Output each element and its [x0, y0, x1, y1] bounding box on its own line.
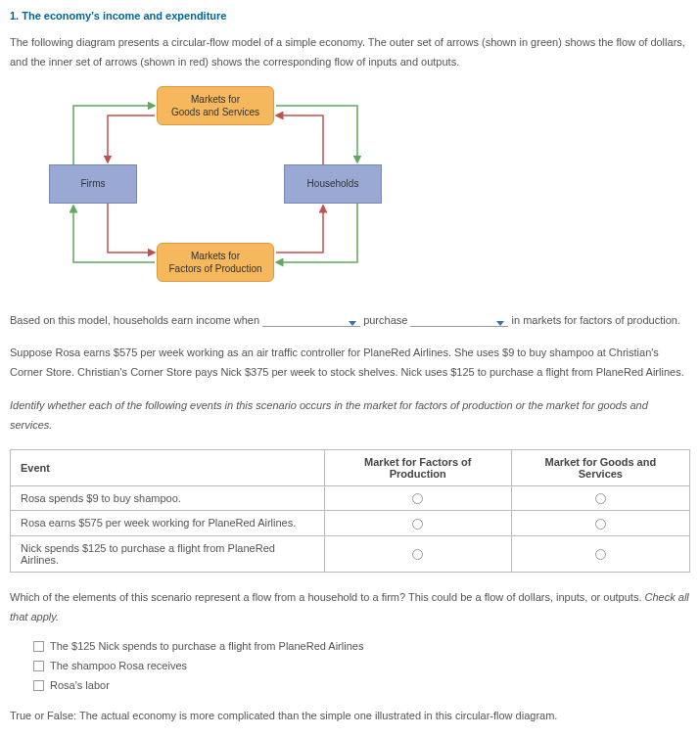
circular-flow-diagram: Markets for Goods and Services Firms Hou… — [29, 86, 401, 282]
fill-in-sentence: Based on this model, households earn inc… — [10, 311, 690, 331]
fill-mid: purchase — [363, 314, 407, 326]
radio-goods-1[interactable] — [595, 519, 606, 530]
checkbox-option: Rosa's labor — [33, 679, 690, 691]
scenario-paragraph: Suppose Rosa earns $575 per week working… — [10, 344, 690, 383]
radio-factors-2[interactable] — [412, 549, 423, 560]
radio-goods-0[interactable] — [595, 493, 606, 504]
which-prompt: Which of the elements of this scenario r… — [10, 588, 690, 627]
identify-prompt: Identify whether each of the following e… — [10, 396, 690, 436]
col-event: Event — [11, 449, 325, 485]
event-cell: Nick spends $125 to purchase a flight fr… — [11, 535, 325, 572]
radio-factors-1[interactable] — [412, 519, 423, 530]
dropdown-what[interactable] — [410, 321, 508, 327]
checkbox-label: Rosa's labor — [50, 679, 110, 691]
checkbox-label: The $125 Nick spends to purchase a fligh… — [50, 640, 363, 652]
checkbox-2[interactable] — [33, 680, 44, 691]
event-cell: Rosa spends $9 to buy shampoo. — [11, 485, 325, 511]
box-households: Households — [284, 164, 382, 204]
which-prompt-text: Which of the elements of this scenario r… — [10, 591, 645, 603]
question-title: 1. The economy's income and expenditure — [10, 10, 690, 22]
caret-down-icon — [349, 321, 356, 326]
dropdown-who[interactable] — [262, 321, 360, 327]
checkbox-option: The shampoo Rosa receives — [33, 660, 690, 671]
fill-suffix: in markets for factors of production. — [512, 314, 680, 326]
checkbox-option: The $125 Nick spends to purchase a fligh… — [33, 640, 690, 652]
col-goods: Market for Goods and Services — [511, 449, 689, 485]
fill-prefix: Based on this model, households earn inc… — [10, 314, 259, 326]
radio-factors-0[interactable] — [412, 493, 423, 504]
checkbox-label: The shampoo Rosa receives — [50, 660, 187, 671]
box-firms: Firms — [49, 164, 137, 204]
event-cell: Rosa earns $575 per week working for Pla… — [11, 511, 325, 536]
col-factors: Market for Factors of Production — [324, 449, 511, 485]
table-row: Nick spends $125 to purchase a flight fr… — [11, 535, 690, 572]
checkbox-1[interactable] — [33, 661, 44, 671]
event-table: Event Market for Factors of Production M… — [10, 449, 690, 573]
box-markets-goods: Markets for Goods and Services — [157, 86, 274, 125]
intro-paragraph: The following diagram presents a circula… — [10, 33, 690, 72]
table-row: Rosa spends $9 to buy shampoo. — [11, 485, 690, 511]
checkbox-0[interactable] — [33, 641, 44, 652]
radio-goods-2[interactable] — [595, 549, 606, 560]
tf-prompt: True or False: The actual economy is mor… — [10, 707, 690, 726]
box-markets-factors: Markets for Factors of Production — [157, 243, 274, 282]
table-row: Rosa earns $575 per week working for Pla… — [11, 511, 690, 536]
caret-down-icon — [496, 321, 504, 326]
checkbox-list: The $125 Nick spends to purchase a fligh… — [33, 640, 690, 691]
